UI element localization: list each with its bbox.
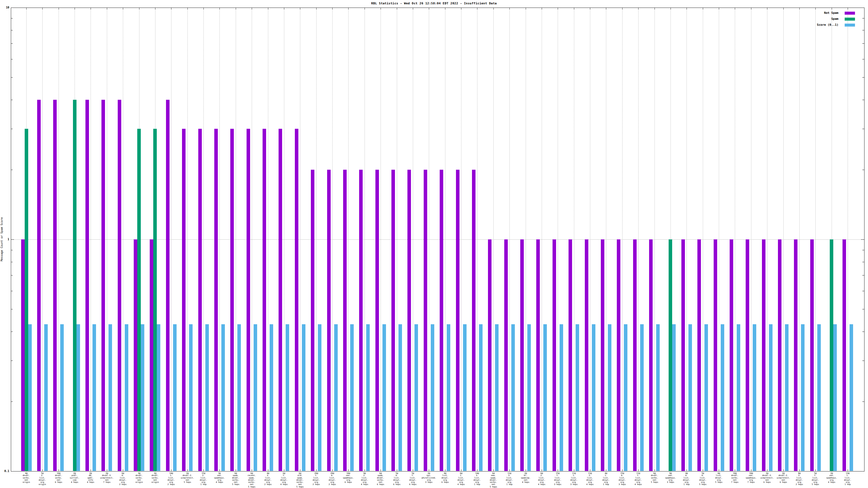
x-category-label: 2@ ips. whitelisted. org 3 hops: [420, 472, 438, 483]
x-category-label: 6@ old. spam. dnsbl. sorbs. net 5 hops: [291, 472, 309, 488]
x-category-label: 9@ 2. list. dnswl. org 4 hops: [355, 472, 374, 486]
x-category-label: 20@ Y. list. dnswl. org 2 hops: [307, 472, 326, 486]
x-category-label: 14@ 3. list. dnswl. org 1 hop: [468, 472, 486, 486]
chart-title: RBL Statistics - Wed Oct 26 12:58:04 EDT…: [0, 2, 868, 5]
legend-item-score-0-1-: Score (0..1): [0, 23, 864, 27]
x-category-label: 15@ Y. list. dnswl. org 3 hops: [549, 472, 567, 486]
y-tick-label: 10: [2, 6, 9, 9]
x-category-label: 6@ 1. list. dnswl. org 4 hops: [452, 472, 470, 486]
x-category-label: 3@ zen. spamhaus. org 4 hops: [210, 472, 229, 483]
plot-border: [11, 8, 865, 471]
x-category-label: 2@ dnsbl-2. uceprotect. net 6 hops: [774, 472, 793, 483]
x-category-label: 6@ new. spam. dnsbl. sorbs. net 5 hops: [484, 472, 503, 488]
x-category-label: 15@ 0. list. dnswl. org 3 hops: [613, 472, 631, 486]
x-category-label: 2@ psbl. surriel. com 4 hops: [65, 472, 84, 483]
legend-item-not-spam: Not Spam: [0, 11, 864, 14]
x-category-label: 11@ Y. list. dnswl. org 4 hops: [629, 472, 648, 486]
x-category-label: 4@ 1. list. dnswl. org 1 hop: [597, 472, 615, 486]
x-category-label: 8@ 3. list. dnswl. org 2 hops: [790, 472, 809, 486]
x-category-label: 6@ 2. list. dnswl. org 4 hops: [532, 472, 551, 486]
x-category-label: 11@ 2. list. dnswl. org 4 hops: [581, 472, 599, 486]
x-category-label: 10@ zen. spamhaus. org 7 hops: [742, 472, 760, 483]
x-category-label: 10@ dnsbl. sorbs. net 6 hops: [50, 472, 68, 483]
x-category-label: 11@ 1. list. dnswl. org 3 hops: [565, 472, 583, 486]
x-category-label: 2@ bl. spamcop. net 4 hops: [517, 472, 535, 483]
x-category-label: 6@ spam. dnsbl. sorbs. net 5 hops: [226, 472, 245, 486]
x-category-label: 0@ list. dnswl. org 5 hops: [710, 472, 728, 483]
legend-swatch: [845, 18, 855, 21]
x-category-label: 2@ db. wpbl. info 4 hops: [82, 472, 100, 483]
legend-item-spam: Spam: [0, 18, 864, 21]
legend-swatch: [845, 24, 855, 27]
legend-label: Spam: [831, 18, 839, 21]
y-tick-label: 0.1: [2, 470, 9, 473]
x-category-label: 3@ dnsbl. sorbs. net origin: [130, 472, 148, 483]
legend-label: Not Spam: [824, 11, 838, 14]
x-category-label: 10@ zen. spamhaus. org 6 hops: [339, 472, 358, 483]
x-category-label: 15@ 2. list. dnswl. org 1 hop: [194, 472, 213, 486]
x-category-label: 2@ dnsbl-3. uceprotect. net 6 hops: [758, 472, 776, 483]
x-category-label: 6@ 0. list. dnswl. org 2 hops: [114, 472, 132, 486]
x-category-label: 0@ list. dnswl. org 6 hops: [436, 472, 454, 483]
x-category-label: 10@ dnsbl. sorbs. net 7 hops: [725, 472, 744, 483]
x-category-label: 5@ 0. list. dnswl. org 5 hops: [693, 472, 712, 486]
x-category-label: 6@ spam. dnsbl. sorbs. net 6 hops: [371, 472, 390, 486]
x-category-label: 6@ Y. list. dnswl. org 4 hops: [275, 472, 293, 486]
x-category-label: 6@ recent. spam. dnsbl. sorbs. net 5 hop…: [243, 472, 261, 488]
y-tick-label: 1: [2, 238, 9, 241]
x-category-label: 4@ 3. list. dnswl. org 2 hops: [259, 472, 277, 486]
x-category-label: 20@ 0. list. dnswl. org 2 hops: [323, 472, 341, 486]
x-category-label: 4@ dnsbl. sorbs. net origin: [17, 472, 35, 483]
x-category-label: 6@ dnsbl. sorbs. net 5 hops: [645, 472, 664, 483]
x-category-label: 2@ dnsbl. sorbs. net origin: [146, 472, 164, 483]
x-category-label: 11@ 3. list. dnswl. org 1 hop: [500, 472, 519, 486]
x-category-label: 5@ 0. list. dnswl. org 6 hops: [388, 472, 406, 486]
x-category-label: 2@ dnsbl-3. uceprotect. net 7 hops: [98, 472, 116, 483]
legend-label: Score (0..1): [817, 23, 838, 27]
x-category-label: 14@ 1. list. dnswl. org 2 hops: [162, 472, 180, 486]
rbl-statistics-chart: RBL Statistics - Wed Oct 26 12:58:04 EDT…: [0, 0, 868, 488]
x-category-label: 4@ 0. list. dnswl. org 1 hop: [677, 472, 696, 486]
x-category-label: 9@ zen. spamhaus. org 3 hops: [661, 472, 680, 483]
x-category-label: 5@ Y. list. dnswl. org 6 hops: [404, 472, 422, 486]
x-category-label: 13@ 1. list. dnswl. org 1 hop: [838, 472, 857, 486]
legend-swatch: [845, 12, 855, 14]
x-category-label: 5@ Y. list. dnswl. org 5 hops: [806, 472, 825, 486]
x-category-label: 2@ dnsbl-2. uceprotect. net 5 hops: [178, 472, 197, 483]
x-category-label: 2@ zen. spamhaus. org 4 hops: [823, 472, 841, 483]
x-category-label: 5@ 2. list. dnswl. org origin: [33, 472, 52, 486]
